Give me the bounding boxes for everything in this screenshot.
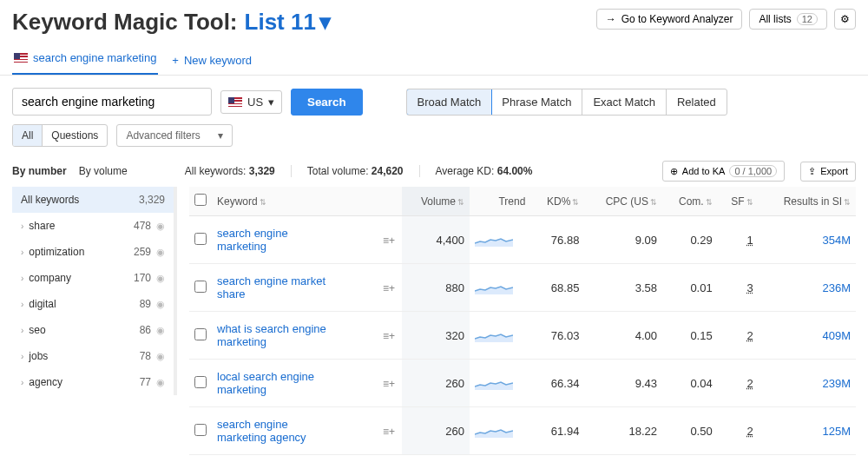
sidebar-item-count: 3,329 xyxy=(139,194,165,206)
plus-icon: + xyxy=(172,54,179,67)
sidebar-item-seo[interactable]: ›seo86◉ xyxy=(12,317,174,343)
chevron-down-icon: ▾ xyxy=(319,9,331,36)
match-broad[interactable]: Broad Match xyxy=(406,89,493,116)
arrow-right-icon: → xyxy=(606,13,616,25)
col-volume[interactable]: Volume⇅ xyxy=(402,187,470,216)
sidebar-item-digital[interactable]: ›digital89◉ xyxy=(12,291,174,317)
advanced-filters-dropdown[interactable]: Advanced filters ▾ xyxy=(116,124,232,147)
keyword-link[interactable]: search engine market share xyxy=(217,274,339,301)
match-exact[interactable]: Exact Match xyxy=(582,89,667,115)
sidebar-item-company[interactable]: ›company170◉ xyxy=(12,265,174,291)
keyword-link[interactable]: search engine marketing agency xyxy=(217,418,339,444)
new-keyword-label: New keyword xyxy=(184,54,252,67)
sidebar-item-count: 77 xyxy=(140,376,151,388)
chevron-right-icon: › xyxy=(21,274,23,283)
cell-results[interactable]: 239M xyxy=(759,360,856,407)
country-code: US xyxy=(247,96,263,109)
keyword-link[interactable]: what is search engine marketing xyxy=(217,322,339,348)
sort-icon: ⇅ xyxy=(746,198,753,207)
keyword-link[interactable]: local search engine marketing xyxy=(217,370,339,396)
cell-trend xyxy=(470,407,530,455)
table-row: local search engine marketing≡+26066.349… xyxy=(189,360,856,407)
cell-results[interactable]: 236M xyxy=(759,264,856,312)
add-to-list-icon[interactable]: ≡+ xyxy=(383,426,395,438)
sidebar-item-label: All keywords xyxy=(21,194,79,206)
sort-icon: ⇅ xyxy=(260,198,266,207)
go-to-analyzer-button[interactable]: → Go to Keyword Analyzer xyxy=(596,9,743,30)
row-checkbox[interactable] xyxy=(194,424,207,436)
sidebar-item-optimization[interactable]: ›optimization259◉ xyxy=(12,239,174,265)
chevron-right-icon: › xyxy=(21,352,23,361)
sidebar-item-label: agency xyxy=(29,376,62,388)
cell-results[interactable]: 409M xyxy=(759,312,856,360)
toggle-all[interactable]: All xyxy=(13,125,43,146)
add-to-ka-button[interactable]: ⊕ Add to KA 0 / 1,000 xyxy=(662,161,785,182)
sidebar-item-count: 259 xyxy=(134,246,151,258)
row-checkbox[interactable] xyxy=(194,328,207,340)
add-to-list-icon[interactable]: ≡+ xyxy=(383,282,395,294)
col-results[interactable]: Results in SI⇅ xyxy=(759,187,856,216)
row-checkbox[interactable] xyxy=(194,233,207,245)
keyword-group-sidebar: All keywords3,329›share478◉›optimization… xyxy=(12,187,177,455)
cell-kd: 76.03 xyxy=(530,312,584,360)
eye-icon: ◉ xyxy=(156,273,165,284)
cell-volume: 320 xyxy=(402,312,470,360)
cell-com: 0.01 xyxy=(662,264,718,312)
add-to-list-icon[interactable]: ≡+ xyxy=(383,378,395,390)
sort-icon: ⇅ xyxy=(650,198,657,207)
select-all-checkbox[interactable] xyxy=(194,194,207,206)
sidebar-item-All-keywords[interactable]: All keywords3,329 xyxy=(12,187,174,213)
toggle-questions[interactable]: Questions xyxy=(43,125,107,146)
new-keyword-button[interactable]: + New keyword xyxy=(172,54,252,67)
cell-trend xyxy=(470,360,530,407)
match-related[interactable]: Related xyxy=(667,89,727,115)
col-cpc[interactable]: CPC (US⇅ xyxy=(584,187,662,216)
cell-cpc: 9.43 xyxy=(584,360,662,407)
gear-icon: ⚙ xyxy=(840,13,850,25)
sidebar-item-label: optimization xyxy=(29,246,84,258)
col-com[interactable]: Com.⇅ xyxy=(662,187,718,216)
row-checkbox[interactable] xyxy=(194,376,207,388)
add-to-list-icon[interactable]: ≡+ xyxy=(383,234,395,247)
search-button[interactable]: Search xyxy=(291,89,362,116)
sidebar-item-count: 89 xyxy=(140,298,151,310)
keyword-link[interactable]: search engine marketing xyxy=(217,227,339,253)
us-flag-icon xyxy=(14,53,28,63)
sort-icon: ⇅ xyxy=(457,198,464,207)
all-lists-button[interactable]: All lists 12 xyxy=(749,9,827,30)
cell-sf[interactable]: 2 xyxy=(718,312,759,360)
col-sf[interactable]: SF⇅ xyxy=(718,187,759,216)
cell-sf[interactable]: 1 xyxy=(718,216,759,264)
stat-total-volume: Total volume: 24,620 xyxy=(307,165,404,177)
cell-trend xyxy=(470,264,530,312)
list-dropdown[interactable]: List 11 ▾ xyxy=(245,9,331,36)
cell-com: 0.29 xyxy=(662,216,718,264)
match-type-group: Broad Match Phrase Match Exact Match Rel… xyxy=(406,89,727,116)
sort-by-volume[interactable]: By volume xyxy=(79,165,128,177)
cell-results[interactable]: 125M xyxy=(759,407,856,455)
table-row: what is search engine marketing≡+32076.0… xyxy=(189,312,856,360)
search-input[interactable] xyxy=(12,88,212,116)
all-lists-label: All lists xyxy=(759,13,791,25)
add-to-list-icon[interactable]: ≡+ xyxy=(383,330,395,342)
col-kd[interactable]: KD%⇅ xyxy=(530,187,584,216)
cell-sf[interactable]: 2 xyxy=(718,407,759,455)
sidebar-item-jobs[interactable]: ›jobs78◉ xyxy=(12,343,174,369)
row-checkbox[interactable] xyxy=(194,281,207,293)
chevron-down-icon: ▾ xyxy=(218,129,223,142)
cell-sf[interactable]: 3 xyxy=(718,264,759,312)
cell-results[interactable]: 354M xyxy=(759,216,856,264)
export-button[interactable]: ⇪ Export xyxy=(800,162,856,182)
tab-keyword[interactable]: search engine marketing xyxy=(12,46,158,75)
sort-by-number[interactable]: By number xyxy=(12,165,67,177)
match-phrase[interactable]: Phrase Match xyxy=(491,89,582,115)
all-questions-toggle: All Questions xyxy=(12,124,108,147)
sidebar-item-agency[interactable]: ›agency77◉ xyxy=(12,369,174,395)
advanced-filters-label: Advanced filters xyxy=(126,129,200,142)
col-keyword[interactable]: Keyword⇅ xyxy=(212,187,378,216)
sidebar-item-label: share xyxy=(29,220,55,232)
settings-button[interactable]: ⚙ xyxy=(834,9,856,30)
sidebar-item-share[interactable]: ›share478◉ xyxy=(12,213,174,239)
country-select[interactable]: US ▾ xyxy=(220,90,282,114)
cell-sf[interactable]: 2 xyxy=(718,360,759,407)
